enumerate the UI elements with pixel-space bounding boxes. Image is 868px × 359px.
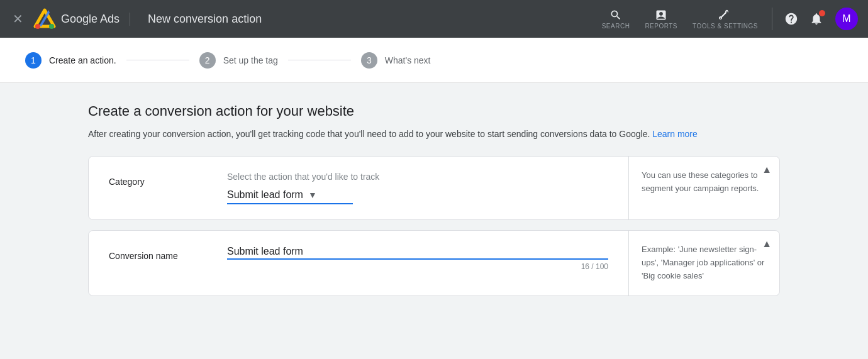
tools-nav-label: TOOLS & SETTINGS bbox=[693, 23, 758, 30]
svg-point-2 bbox=[49, 24, 54, 29]
step-2: 2 Set up the tag bbox=[199, 52, 278, 69]
conversion-name-label: Conversion name bbox=[109, 246, 197, 261]
step-2-label: Set up the tag bbox=[223, 55, 278, 65]
category-hint: You can use these categories to segment … bbox=[628, 157, 779, 219]
category-hint-text: You can use these categories to segment … bbox=[642, 169, 767, 196]
tools-nav-button[interactable]: TOOLS & SETTINGS bbox=[686, 5, 764, 33]
step-1: 1 Create an action. bbox=[25, 52, 116, 69]
stepper-bar: 1 Create an action. 2 Set up the tag 3 W… bbox=[0, 38, 868, 83]
svg-point-3 bbox=[35, 24, 40, 29]
learn-more-link[interactable]: Learn more bbox=[652, 129, 698, 139]
help-icon bbox=[784, 12, 798, 26]
step-connector-2 bbox=[288, 60, 351, 60]
step-3: 3 What's next bbox=[361, 52, 431, 69]
category-collapse-button[interactable]: ▲ bbox=[762, 164, 772, 175]
reports-icon bbox=[655, 9, 667, 21]
top-nav: ✕ Google Ads New conversion action SEARC… bbox=[0, 0, 868, 38]
search-nav-button[interactable]: SEARCH bbox=[596, 5, 637, 33]
nav-actions: SEARCH REPORTS TOOLS & SETTINGS M bbox=[596, 5, 858, 33]
conversion-name-collapse-button[interactable]: ▲ bbox=[762, 238, 772, 250]
conversion-name-input-wrap bbox=[227, 246, 608, 260]
conversion-name-section-main: Conversion name 16 / 100 bbox=[89, 231, 628, 295]
google-ads-logo bbox=[33, 8, 56, 30]
conversion-name-section: Conversion name 16 / 100 Example: 'June … bbox=[88, 230, 780, 295]
step-2-circle: 2 bbox=[199, 52, 216, 69]
page-title: Create a conversion action for your webs… bbox=[88, 103, 780, 119]
category-section: Category Select the action that you'd li… bbox=[88, 156, 780, 220]
brand-name: Google Ads bbox=[61, 13, 130, 26]
step-1-label: Create an action. bbox=[49, 55, 116, 65]
avatar[interactable]: M bbox=[835, 8, 858, 30]
step-3-circle: 3 bbox=[361, 52, 377, 69]
category-field: Select the action that you'd like to tra… bbox=[227, 172, 608, 204]
search-icon bbox=[609, 9, 622, 21]
conversion-name-input[interactable] bbox=[227, 246, 416, 257]
category-dropdown-value: Submit lead form bbox=[227, 189, 303, 201]
conversion-name-hint-text: Example: 'June newsletter sign-ups', 'Ma… bbox=[642, 243, 767, 282]
chevron-down-icon: ▼ bbox=[308, 190, 317, 200]
category-label: Category bbox=[109, 172, 197, 187]
close-icon[interactable]: ✕ bbox=[10, 9, 26, 29]
step-3-label: What's next bbox=[385, 55, 431, 65]
category-placeholder: Select the action that you'd like to tra… bbox=[227, 172, 608, 182]
page-header-title: New conversion action bbox=[138, 13, 262, 26]
conversion-name-field: 16 / 100 bbox=[227, 246, 608, 271]
help-button[interactable] bbox=[780, 8, 803, 30]
main-content: Create a conversion action for your webs… bbox=[0, 83, 868, 326]
reports-nav-label: REPORTS bbox=[645, 23, 677, 30]
notification-badge bbox=[819, 10, 825, 16]
tools-icon bbox=[719, 9, 732, 21]
char-count: 16 / 100 bbox=[227, 262, 608, 271]
conversion-name-hint: Example: 'June newsletter sign-ups', 'Ma… bbox=[628, 231, 779, 295]
step-connector-1 bbox=[126, 60, 189, 60]
logo-area: Google Ads bbox=[33, 8, 130, 30]
category-dropdown[interactable]: Submit lead form ▼ bbox=[227, 189, 353, 204]
notifications-button[interactable] bbox=[805, 8, 828, 30]
step-1-circle: 1 bbox=[25, 52, 42, 69]
search-nav-label: SEARCH bbox=[602, 23, 630, 30]
nav-divider bbox=[772, 8, 772, 30]
category-section-main: Category Select the action that you'd li… bbox=[89, 157, 628, 219]
page-description: After creating your conversion action, y… bbox=[88, 127, 780, 141]
reports-nav-button[interactable]: REPORTS bbox=[638, 5, 684, 33]
